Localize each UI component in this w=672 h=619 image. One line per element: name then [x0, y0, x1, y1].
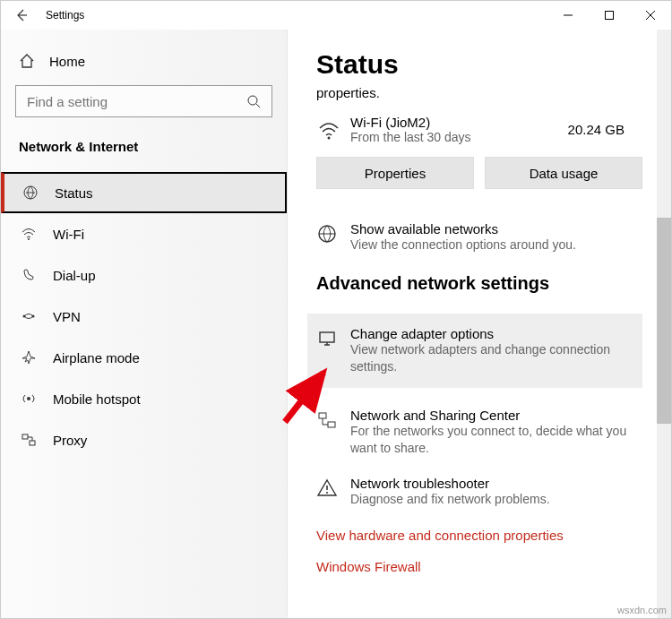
- close-button[interactable]: [630, 1, 671, 30]
- sidebar: Home Network & Internet Status Wi-Fi: [1, 30, 288, 618]
- section-desc: View network adapters and change connect…: [350, 341, 633, 375]
- hardware-properties-link[interactable]: View hardware and connection properties: [316, 528, 642, 543]
- home-label: Home: [49, 54, 85, 69]
- proxy-icon: [19, 432, 39, 448]
- watermark: wsxdn.com: [617, 605, 667, 615]
- category-heading: Network & Internet: [1, 139, 287, 172]
- wifi-data-usage: 20.24 GB: [568, 122, 625, 137]
- svg-point-6: [27, 397, 30, 400]
- svg-rect-8: [30, 441, 35, 445]
- svg-rect-12: [319, 413, 326, 418]
- section-title: Network troubleshooter: [350, 476, 642, 491]
- sidebar-item-status[interactable]: Status: [1, 172, 287, 213]
- svg-point-1: [248, 96, 257, 105]
- sidebar-item-label: Proxy: [53, 433, 87, 448]
- globe-icon: [316, 223, 350, 245]
- svg-point-9: [328, 136, 331, 139]
- sidebar-item-hotspot[interactable]: Mobile hotspot: [1, 378, 287, 419]
- sharing-icon: [316, 409, 350, 431]
- status-icon: [21, 185, 40, 201]
- adapter-icon: [316, 328, 350, 349]
- data-usage-button[interactable]: Data usage: [485, 157, 642, 189]
- home-icon: [19, 53, 35, 69]
- wifi-name: Wi-Fi (JioM2): [350, 115, 568, 130]
- sidebar-item-label: Dial-up: [53, 268, 96, 283]
- search-icon: [236, 94, 271, 108]
- warning-icon: [316, 477, 350, 499]
- sidebar-item-label: Airplane mode: [53, 350, 140, 365]
- properties-button[interactable]: Properties: [316, 157, 474, 189]
- section-title: Change adapter options: [350, 326, 633, 341]
- sidebar-item-proxy[interactable]: Proxy: [1, 419, 287, 460]
- sidebar-item-label: Wi-Fi: [53, 227, 84, 242]
- wifi-icon: [316, 117, 350, 142]
- sidebar-item-airplane[interactable]: Airplane mode: [1, 337, 287, 378]
- maximize-button[interactable]: [589, 1, 630, 30]
- page-title: Status: [316, 49, 642, 80]
- wifi-meta: From the last 30 days: [350, 130, 568, 144]
- minimize-button[interactable]: [547, 1, 589, 30]
- search-input[interactable]: [15, 85, 272, 117]
- svg-rect-7: [22, 434, 28, 439]
- sidebar-item-label: Status: [55, 185, 93, 201]
- sidebar-item-dialup[interactable]: Dial-up: [1, 254, 287, 296]
- svg-rect-11: [320, 332, 334, 342]
- svg-rect-0: [606, 12, 614, 20]
- advanced-heading: Advanced network settings: [316, 273, 642, 294]
- window-title: Settings: [46, 9, 84, 21]
- network-sharing-center[interactable]: Network and Sharing Center For the netwo…: [316, 408, 642, 457]
- hotspot-icon: [19, 391, 39, 407]
- sidebar-item-label: VPN: [53, 309, 81, 324]
- section-desc: For the networks you connect to, decide …: [350, 423, 642, 457]
- section-title: Network and Sharing Center: [350, 408, 642, 423]
- windows-firewall-link[interactable]: Windows Firewall: [316, 559, 642, 574]
- dialup-icon: [19, 267, 39, 283]
- change-adapter-options[interactable]: Change adapter options View network adap…: [307, 314, 642, 388]
- svg-point-3: [28, 238, 30, 240]
- section-desc: Diagnose and fix network problems.: [350, 491, 642, 508]
- section-desc: View the connection options around you.: [350, 236, 642, 254]
- network-troubleshooter[interactable]: Network troubleshooter Diagnose and fix …: [316, 476, 642, 508]
- airplane-icon: [19, 349, 39, 365]
- titlebar: Settings: [1, 1, 671, 30]
- search-field[interactable]: [16, 94, 236, 109]
- svg-rect-13: [328, 422, 335, 427]
- home-link[interactable]: Home: [1, 47, 287, 85]
- scrollthumb[interactable]: [657, 218, 671, 424]
- page-subtext: properties.: [316, 85, 642, 100]
- sidebar-item-vpn[interactable]: VPN: [1, 296, 287, 337]
- section-title: Show available networks: [350, 221, 642, 236]
- wifi-icon: [19, 226, 39, 242]
- vpn-icon: [19, 308, 39, 324]
- sidebar-item-wifi[interactable]: Wi-Fi: [1, 213, 287, 254]
- show-available-networks[interactable]: Show available networks View the connect…: [316, 221, 642, 254]
- svg-point-14: [326, 492, 328, 494]
- content-pane: Status properties. Wi-Fi (JioM2) From th…: [288, 30, 671, 618]
- wifi-connection-row: Wi-Fi (JioM2) From the last 30 days 20.2…: [316, 115, 642, 144]
- sidebar-item-label: Mobile hotspot: [53, 391, 141, 407]
- back-button[interactable]: [1, 1, 42, 30]
